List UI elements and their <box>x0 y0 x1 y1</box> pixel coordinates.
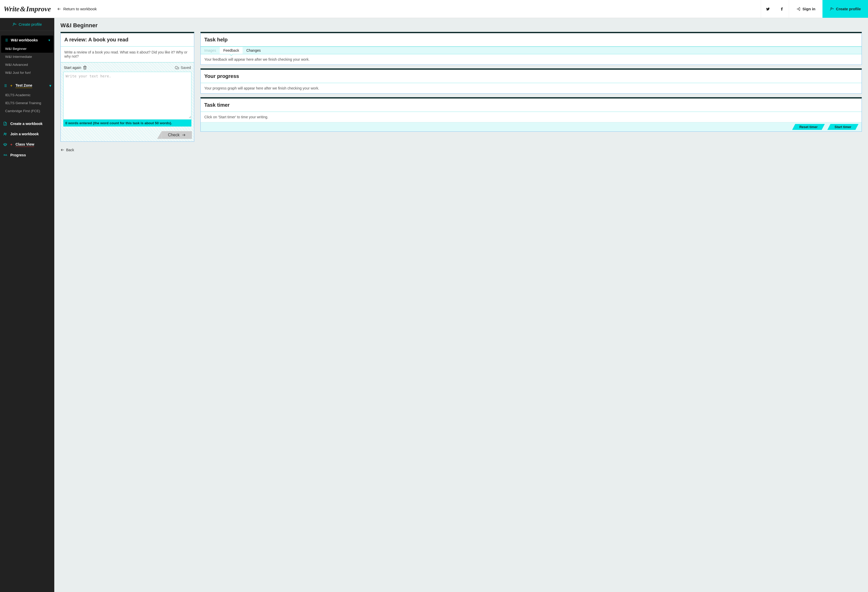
list-icon <box>4 38 8 42</box>
sidebar-class-view[interactable]: + Class View <box>0 139 54 150</box>
svg-point-2 <box>831 7 832 9</box>
caret-down-icon: ▾ <box>48 38 50 42</box>
twitter-link[interactable] <box>761 0 775 18</box>
back-label: Back <box>66 148 74 152</box>
svg-point-22 <box>4 133 5 134</box>
task-prompt: Write a review of a book you read. What … <box>61 47 194 62</box>
progress-title: Your progress <box>201 70 862 83</box>
arrow-left-icon <box>61 148 65 152</box>
facebook-link[interactable] <box>775 0 789 18</box>
start-timer-button[interactable]: Start timer <box>830 124 855 130</box>
social-block <box>761 0 789 18</box>
tab-changes[interactable]: Changes <box>243 47 264 54</box>
arrow-right-icon <box>182 133 186 137</box>
sidebar-item-cambridge-first[interactable]: Cambridge First (FCE) <box>1 107 53 115</box>
topbar: Write & Improve Return to workbook Sign … <box>0 0 868 18</box>
signin-icon <box>796 7 800 11</box>
svg-point-5 <box>13 23 15 24</box>
task-help-title: Task help <box>201 33 862 47</box>
svg-point-23 <box>6 133 6 134</box>
trash-icon <box>83 66 87 70</box>
sidebar-create-profile[interactable]: Create profile <box>0 18 54 31</box>
group-workbooks-label: W&I workbooks <box>11 38 38 42</box>
sidebar-group-testzone[interactable]: + Test Zone ▾ <box>0 80 54 91</box>
sidebar-item-ielts-general[interactable]: IELTS General Training <box>1 99 53 107</box>
signin-label: Sign in <box>802 7 815 11</box>
page-title: W&I Beginner <box>61 22 862 29</box>
return-to-workbook-link[interactable]: Return to workbook <box>57 7 97 11</box>
logo-amp: & <box>20 5 26 13</box>
sidebar-item-advanced[interactable]: W&I Advanced <box>1 61 53 69</box>
sidebar-group-workbooks[interactable]: W&I workbooks ▾ <box>1 35 53 45</box>
sidebar-progress[interactable]: Progress <box>0 150 54 160</box>
help-tabs: Images Feedback Changes <box>201 47 862 54</box>
sidebar-create-workbook[interactable]: Create a workbook <box>0 119 54 129</box>
plus-icon: + <box>10 143 12 147</box>
tab-images[interactable]: Images <box>201 47 220 54</box>
facebook-icon <box>780 7 784 11</box>
check-label: Check <box>168 133 180 137</box>
list-icon <box>3 84 7 88</box>
signin-button[interactable]: Sign in <box>789 0 822 18</box>
arrow-left-icon <box>57 7 61 11</box>
timer-message: Click on 'Start timer' to time your writ… <box>201 112 862 122</box>
sidebar-join-workbook[interactable]: Join a workbook <box>0 129 54 139</box>
sidebar-item-beginner[interactable]: W&I Beginner <box>1 45 53 53</box>
user-plus-icon <box>830 7 834 11</box>
logo-part2: Improve <box>26 5 51 13</box>
tab-feedback[interactable]: Feedback <box>220 47 243 54</box>
saved-status: Saved <box>175 66 191 70</box>
join-workbook-label: Join a workbook <box>10 132 38 136</box>
sidebar-item-ielts-academic[interactable]: IELTS Academic <box>1 91 53 99</box>
word-count-bar: 0 words entered (the word count for this… <box>63 119 191 127</box>
sidebar: Create profile W&I workbooks ▾ W&I Begin… <box>0 18 54 592</box>
help-message: Your feedback will appear here after we … <box>201 54 862 65</box>
back-link[interactable]: Back <box>61 148 74 152</box>
svg-point-27 <box>6 155 7 156</box>
timer-title: Task timer <box>201 99 862 112</box>
sidebar-item-fun[interactable]: W&I Just for fun! <box>1 69 53 77</box>
create-workbook-label: Create a workbook <box>10 122 43 126</box>
sidebar-create-profile-label: Create profile <box>19 22 42 27</box>
cloud-check-icon <box>175 66 179 70</box>
create-profile-top-label: Create profile <box>836 7 861 11</box>
plus-icon: + <box>10 84 12 88</box>
task-card: A review: A book you read Write a review… <box>61 32 194 142</box>
progress-message: Your progress graph will appear here aft… <box>201 83 862 93</box>
file-plus-icon <box>3 122 7 126</box>
task-title: A review: A book you read <box>61 33 194 47</box>
progress-icon <box>3 153 7 157</box>
timer-card: Task timer Click on 'Start timer' to tim… <box>201 97 862 132</box>
logo-part1: Write <box>4 5 19 13</box>
saved-label: Saved <box>181 66 191 70</box>
graduation-cap-icon <box>3 143 7 147</box>
progress-label: Progress <box>10 153 26 157</box>
create-profile-top-button[interactable]: Create profile <box>822 0 868 18</box>
caret-down-icon: ▾ <box>49 84 51 88</box>
users-icon <box>3 132 7 136</box>
check-button[interactable]: Check <box>162 131 192 139</box>
logo[interactable]: Write & Improve <box>4 5 51 13</box>
return-label: Return to workbook <box>63 7 97 11</box>
main: W&I Beginner A review: A book you read W… <box>54 18 868 592</box>
start-again-button[interactable]: Start again <box>64 66 87 70</box>
progress-card: Your progress Your progress graph will a… <box>201 68 862 94</box>
writing-textarea[interactable] <box>63 72 191 118</box>
class-view-label: Class View <box>15 142 34 147</box>
reset-timer-button[interactable]: Reset timer <box>795 124 822 130</box>
group-testzone-label: Test Zone <box>15 83 32 88</box>
twitter-icon <box>766 7 770 11</box>
user-plus-icon <box>12 22 16 27</box>
task-help-card: Task help Images Feedback Changes Your f… <box>201 32 862 65</box>
start-again-label: Start again <box>64 66 81 70</box>
topbar-right: Sign in Create profile <box>761 0 868 18</box>
sidebar-item-intermediate[interactable]: W&I Intermediate <box>1 53 53 61</box>
